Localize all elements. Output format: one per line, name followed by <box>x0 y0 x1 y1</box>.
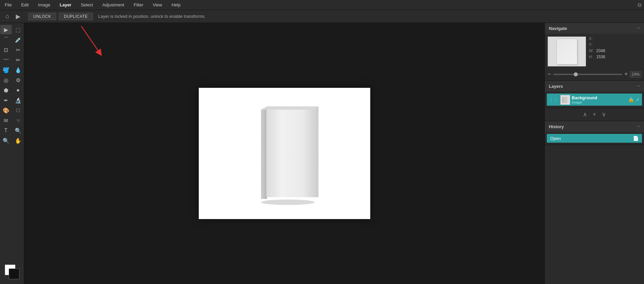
layers-title: Layers <box>549 84 563 89</box>
pen-tool-icon[interactable]: ✒ <box>0 96 12 105</box>
menu-file[interactable]: File <box>3 2 14 8</box>
eyedropper-tool-icon[interactable]: 💉 <box>12 35 24 44</box>
zoom-percent: 24% <box>630 71 641 77</box>
x-label: X: <box>589 36 595 41</box>
crop-tool-icon[interactable]: ⊡ <box>0 45 12 55</box>
color-swatches <box>2 262 22 282</box>
svg-rect-7 <box>261 110 262 199</box>
rect-tool-icon[interactable]: □ <box>12 106 24 115</box>
menu-image[interactable]: Image <box>36 2 52 8</box>
fill-tool-icon[interactable]: 🪣 <box>0 65 12 75</box>
layers-section: Layers − ⋮⋮ Background Image <box>545 81 644 121</box>
h-value: 1536 <box>596 55 605 59</box>
unlock-button[interactable]: UNLOCK <box>28 13 56 20</box>
scissors-tool-icon[interactable]: ✂ <box>12 45 24 55</box>
pan-tool-icon[interactable]: ✋ <box>12 136 24 145</box>
history-section: History − Open 📄 <box>545 121 644 145</box>
menu-adjustment[interactable]: Adjustment <box>100 2 126 8</box>
svg-line-1 <box>81 26 100 53</box>
menubar: File Edit Image Layer Select Adjustment … <box>0 0 644 10</box>
zoom-slider[interactable] <box>553 74 622 75</box>
zoom-thumb <box>574 72 578 76</box>
layer-type: Image <box>572 100 626 104</box>
select-tool-button[interactable]: ▶ <box>13 12 23 21</box>
navigate-collapse-button[interactable]: − <box>637 25 640 31</box>
svg-marker-6 <box>261 106 319 110</box>
navigate-title: Navigate <box>549 26 567 31</box>
layer-move-up-button[interactable]: ∧ <box>583 111 587 118</box>
canvas-area[interactable] <box>24 23 544 284</box>
hand-select-icon[interactable]: ☜ <box>12 116 24 125</box>
layer-add-button[interactable]: + <box>593 111 596 118</box>
history-item-open[interactable]: Open 📄 <box>547 134 642 143</box>
layers-collapse-button[interactable]: − <box>637 83 640 89</box>
left-tool-panel: ▶ ⬚ ⌒ 💉 ⊡ ✂ 〰 ✏ 🪣 💧 ◎ ⚙ ⬟ ● ✒ 🔬 <box>0 23 24 284</box>
background-swatch[interactable] <box>9 269 20 279</box>
svg-rect-5 <box>266 106 318 197</box>
history-item-label: Open <box>550 136 561 141</box>
text-tool-icon[interactable]: T <box>0 126 12 135</box>
nav-preview-thumb <box>557 39 577 64</box>
svg-rect-10 <box>562 97 563 103</box>
window-restore-icon[interactable]: ⧉ <box>638 2 641 8</box>
paint-tool-icon[interactable]: 🎨 <box>0 106 12 115</box>
menu-edit[interactable]: Edit <box>19 2 31 8</box>
select-tool-icon[interactable]: ▶ <box>0 25 12 34</box>
layer-info: Background Image <box>572 95 626 104</box>
canvas-background <box>199 88 370 219</box>
circle-tool-icon[interactable]: ● <box>12 85 24 95</box>
color-pick-icon[interactable]: 🔍 <box>12 126 24 135</box>
duplicate-button[interactable]: DUPLICATE <box>59 13 93 20</box>
layer-thumbnail <box>560 95 570 104</box>
marquee-tool-icon[interactable]: ⬚ <box>12 25 24 34</box>
main-area: ▶ ⬚ ⌒ 💉 ⊡ ✂ 〰 ✏ 🪣 💧 ◎ ⚙ ⬟ ● ✒ 🔬 <box>0 23 644 284</box>
wave-tool-icon[interactable]: 〰 <box>0 55 12 65</box>
dropper-tool-icon[interactable]: 💧 <box>12 65 24 75</box>
right-panel: Navigate − X: Y: W: 2048 <box>544 23 644 284</box>
toolbar: ⌂ ▶ UNLOCK DUPLICATE Layer is locked in … <box>0 10 644 23</box>
menu-filter[interactable]: Filter <box>131 2 145 8</box>
nav-preview <box>547 36 586 67</box>
menu-help[interactable]: Help <box>169 2 183 8</box>
layer-actions: 🔒 ✓ <box>628 97 640 102</box>
toolbar-message: Layer is locked in position, unlock to e… <box>98 14 205 19</box>
navigate-header: Navigate − <box>545 23 644 34</box>
layer-lock-icon[interactable]: 🔒 <box>628 97 634 102</box>
w-value: 2048 <box>596 48 605 53</box>
zoom-tool-icon[interactable]: 🔍 <box>0 136 12 145</box>
menu-layer[interactable]: Layer <box>58 2 74 8</box>
layers-header: Layers − <box>545 81 644 92</box>
sample-tool-icon[interactable]: 🔬 <box>12 96 24 105</box>
zoom-out-button[interactable]: − <box>547 71 551 78</box>
history-content: Open 📄 <box>545 132 644 145</box>
gear-tool-icon[interactable]: ⚙ <box>12 75 24 85</box>
swatch-container[interactable] <box>5 264 20 279</box>
lasso-tool-icon[interactable]: ⌒ <box>0 35 12 44</box>
w-label: W: <box>589 48 595 53</box>
zoom-in-button[interactable]: + <box>624 71 628 78</box>
svg-point-2 <box>261 200 315 205</box>
mail-tool-icon[interactable]: ✉ <box>0 116 12 125</box>
history-collapse-button[interactable]: − <box>637 123 640 130</box>
svg-rect-9 <box>563 97 567 103</box>
layer-name: Background <box>572 95 626 100</box>
navigate-section: Navigate − X: Y: W: 2048 <box>545 23 644 81</box>
history-item-icon: 📄 <box>633 136 639 141</box>
h-label: H: <box>589 55 595 59</box>
nav-coords: X: Y: W: 2048 H: 1536 <box>589 36 605 59</box>
menu-view[interactable]: View <box>151 2 164 8</box>
layers-footer: ∧ + ∨ <box>545 108 644 121</box>
menu-select[interactable]: Select <box>79 2 95 8</box>
vector-tool-icon[interactable]: ⬟ <box>0 85 12 95</box>
home-button[interactable]: ⌂ <box>3 12 12 21</box>
layer-move-down-button[interactable]: ∨ <box>602 111 606 118</box>
layer-drag-handle-icon: ⋮⋮ <box>549 97 558 102</box>
y-label: Y: <box>589 42 595 47</box>
book-mockup <box>248 100 321 207</box>
stamp-tool-icon[interactable]: ◎ <box>0 75 12 85</box>
brush-tool-icon[interactable]: ✏ <box>12 55 24 65</box>
layer-visibility-icon[interactable]: ✓ <box>636 97 640 102</box>
nav-zoom-bar: − + 24% <box>545 69 644 80</box>
layers-content: ⋮⋮ Background Image 🔒 ✓ <box>545 92 644 108</box>
layer-item-background[interactable]: ⋮⋮ Background Image 🔒 ✓ <box>547 94 642 106</box>
